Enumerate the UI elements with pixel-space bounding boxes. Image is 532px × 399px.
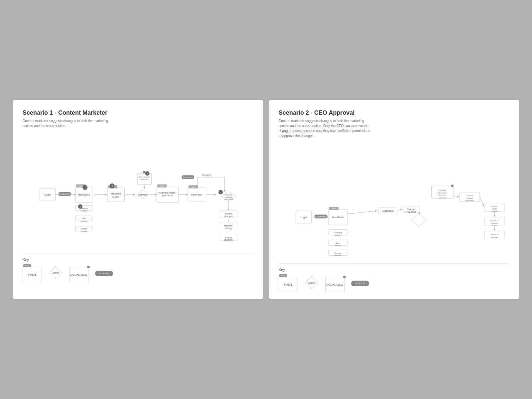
svg-text:sidebar): sidebar) xyxy=(439,197,446,199)
svg-text:List of all: List of all xyxy=(466,195,473,197)
scenario-1-diagram: Submitted Changes Login xyxy=(23,135,253,248)
svg-text:Login: Login xyxy=(301,216,307,219)
svg-text:changes: changes xyxy=(466,197,473,199)
scenario-2-title: Scenario 2 - CEO Approval xyxy=(279,109,509,116)
scenario-2-svg: Login Succeeded APP HandBook Marketing s… xyxy=(279,145,509,258)
key-1-label: Key xyxy=(23,258,253,262)
svg-text:sections: sections xyxy=(334,254,341,256)
svg-text:changes: changes xyxy=(224,239,233,241)
svg-text:requested: requested xyxy=(465,200,473,201)
scenario-1-svg: Submitted Changes Login xyxy=(23,135,253,248)
svg-text:Are your: Are your xyxy=(225,194,232,196)
svg-point-105 xyxy=(451,185,454,187)
svg-text:Marketing: Marketing xyxy=(111,193,121,195)
svg-text:changes: changes xyxy=(491,236,498,238)
key2-modal-item: MODAL VIEW xyxy=(325,277,344,292)
key2-modal-box: MODAL VIEW xyxy=(325,277,344,292)
svg-text:Submitted: Submitted xyxy=(183,176,193,179)
svg-line-103 xyxy=(397,209,402,211)
svg-text:(summary): (summary) xyxy=(224,198,233,200)
svg-line-99 xyxy=(347,211,377,214)
svg-text:Edit Page: Edit Page xyxy=(138,194,148,196)
svg-text:Review: Review xyxy=(491,205,498,207)
key2-action-item: ACTION xyxy=(351,281,369,286)
svg-text:changes: changes xyxy=(491,222,498,224)
svg-text:Resume: Resume xyxy=(224,224,233,227)
key2-page-tag: PAGE xyxy=(279,274,287,277)
svg-text:History of: History of xyxy=(490,233,498,235)
scenario-1-card: Scenario 1 - Content Marketer Content ma… xyxy=(13,100,263,299)
scenario-2-card: Scenario 2 - CEO Approval Content market… xyxy=(269,100,519,299)
key-action-item: ACTION xyxy=(95,271,113,276)
svg-text:sections: sections xyxy=(80,210,87,212)
scenario-2-key: Key PAGE PAGE LOGIC MOD xyxy=(279,263,509,292)
svg-text:changes: changes xyxy=(224,215,233,218)
svg-text:sections: sections xyxy=(80,230,87,232)
key-2-label: Key xyxy=(279,268,509,272)
key-modal-dot xyxy=(87,266,90,268)
svg-text:4: 4 xyxy=(220,192,221,194)
svg-text:HandBook: HandBook xyxy=(332,216,344,219)
key-modal-box: MODAL VIEW xyxy=(69,267,88,282)
svg-text:Requested: Requested xyxy=(406,211,417,213)
svg-text:(edit mode): (edit mode) xyxy=(162,194,173,197)
svg-marker-125 xyxy=(411,214,427,227)
svg-text:Succeeded: Succeeded xyxy=(315,215,326,218)
svg-line-126 xyxy=(419,212,420,214)
scenario-1-desc: Content marketer suggests changes to bot… xyxy=(23,118,116,128)
svg-text:5: 5 xyxy=(147,173,148,175)
key-1-items: PAGE PAGE LOGIC MODAL VIEW xyxy=(23,264,253,282)
scenario-2-diagram: Login Succeeded APP HandBook Marketing s… xyxy=(279,145,509,258)
svg-text:Marketing section -: Marketing section - xyxy=(158,192,177,194)
svg-text:Marketing: Marketing xyxy=(334,232,342,234)
svg-text:Requested: Requested xyxy=(438,192,447,194)
svg-point-70 xyxy=(143,171,146,174)
svg-text:Notifications: Notifications xyxy=(382,210,394,212)
svg-text:Changes: Changes xyxy=(439,189,446,191)
svg-text:Sales: Sales xyxy=(82,217,86,219)
svg-text:Security: Security xyxy=(334,252,341,254)
svg-text:LOGIC: LOGIC xyxy=(52,272,59,274)
svg-text:APP: APP xyxy=(191,186,195,188)
svg-text:editing: editing xyxy=(225,227,232,230)
svg-text:changes: changes xyxy=(225,196,232,198)
key2-action-pill: ACTION xyxy=(351,281,369,286)
key-logic-diamond-svg: LOGIC xyxy=(49,266,63,280)
svg-text:Send Review: Send Review xyxy=(139,176,150,178)
svg-text:(list notify: (list notify xyxy=(439,194,447,196)
key2-page-box: PAGE xyxy=(279,277,298,292)
key2-page-item: PAGE PAGE xyxy=(279,277,298,292)
svg-text:Save Page: Save Page xyxy=(191,194,201,196)
key2-modal-dot xyxy=(343,276,346,278)
svg-text:Security: Security xyxy=(81,228,87,230)
svg-text:Accept all: Accept all xyxy=(490,219,498,221)
svg-text:sections: sections xyxy=(80,220,87,222)
svg-text:3: 3 xyxy=(111,185,113,187)
svg-text:sections: sections xyxy=(334,234,341,236)
scenario-1-title: Scenario 1 - Content Marketer xyxy=(23,109,253,116)
svg-text:section: section xyxy=(335,244,341,246)
key-logic-item: LOGIC xyxy=(49,266,63,281)
svg-text:Succeeded: Succeeded xyxy=(59,193,70,195)
svg-text:Sales: Sales xyxy=(335,242,340,244)
svg-text:section: section xyxy=(112,196,119,198)
key2-logic-diamond-svg: LOGIC xyxy=(305,276,319,290)
svg-text:Message: Message xyxy=(140,178,148,180)
key-page-item: PAGE PAGE xyxy=(23,267,42,282)
key2-logic-item: LOGIC xyxy=(305,276,319,291)
scenario-1-key: Key PAGE PAGE LOGIC MOD xyxy=(23,253,253,282)
key-2-items: PAGE PAGE LOGIC MODAL VIEW xyxy=(279,274,509,292)
svg-text:2: 2 xyxy=(80,206,81,208)
svg-text:LOGIC: LOGIC xyxy=(308,282,315,284)
scenario-2-desc: Content marketer suggests changes to bot… xyxy=(279,118,372,138)
key-action-pill: ACTION xyxy=(95,271,113,276)
main-container: Scenario 1 - Content Marketer Content ma… xyxy=(7,93,525,306)
svg-text:HandBook: HandBook xyxy=(78,193,90,196)
key-modal-item: MODAL VIEW xyxy=(69,267,88,282)
svg-text:Review: Review xyxy=(225,212,232,215)
svg-text:Login: Login xyxy=(45,193,51,196)
svg-text:Changes: Changes xyxy=(202,174,211,177)
svg-text:single: single xyxy=(492,208,497,210)
svg-text:APP: APP xyxy=(79,185,83,187)
svg-text:APP: APP xyxy=(160,185,164,187)
